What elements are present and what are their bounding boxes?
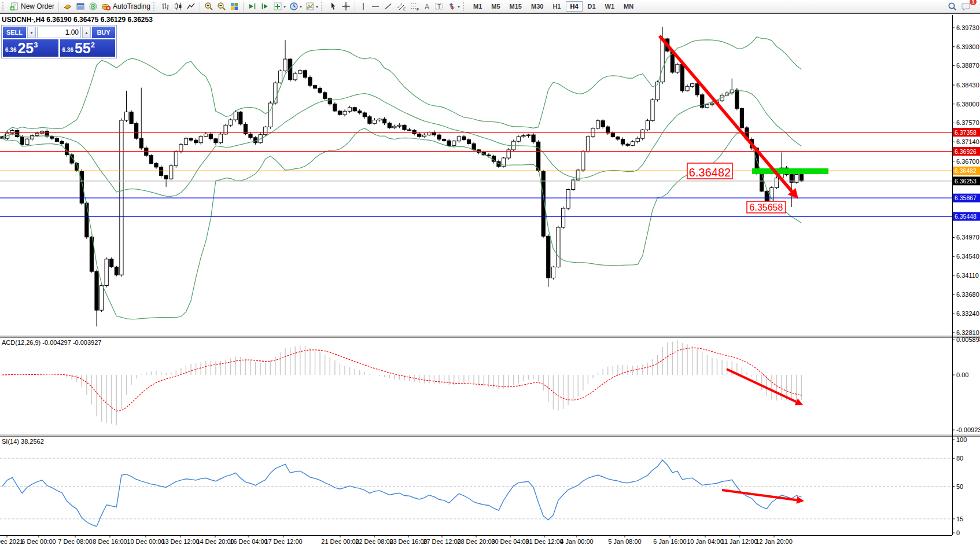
data-window-button[interactable] xyxy=(74,1,87,12)
auto-scroll-button[interactable] xyxy=(246,1,259,12)
tab-timeframe-h1[interactable]: H1 xyxy=(548,1,565,12)
svg-text:6.37570: 6.37570 xyxy=(956,119,979,126)
text-button[interactable]: A xyxy=(421,1,433,12)
price-chart-canvas[interactable]: 6.397306.393006.388706.384306.380006.375… xyxy=(0,14,980,545)
one-click-trading-panel: SELL ▼ ▲ BUY 6.36 25 3 6.36 55 2 xyxy=(1,25,117,58)
buy-price-panel[interactable]: 6.36 55 2 xyxy=(60,39,116,57)
trend-arrow[interactable] xyxy=(727,369,796,402)
sell-price-main: 25 xyxy=(17,41,34,56)
trend-arrow-head xyxy=(796,496,804,504)
svg-text:6.32810: 6.32810 xyxy=(956,329,979,336)
trendline-button[interactable] xyxy=(382,1,395,12)
svg-text:15: 15 xyxy=(956,515,963,522)
tab-timeframe-d1[interactable]: D1 xyxy=(584,1,600,12)
buy-button[interactable]: BUY xyxy=(92,27,115,38)
main-toolbar: New Order AutoTrading ▾ ▾ ▾ E F A T ▾ M1… xyxy=(0,0,980,14)
toolbar-grip[interactable] xyxy=(2,2,6,11)
search-icon xyxy=(948,2,957,12)
arrows-button[interactable]: ▾ xyxy=(445,1,462,12)
rsi-label: SI(14) 38.2562 xyxy=(2,438,44,445)
zoom-in-button[interactable] xyxy=(202,1,215,12)
price-annotation-label: 6.35658 xyxy=(750,202,783,212)
search-button[interactable] xyxy=(946,1,959,12)
sell-price-prefix: 6.36 xyxy=(5,47,16,53)
navigator-icon xyxy=(89,2,98,11)
bar-chart-button[interactable] xyxy=(159,1,172,12)
candlestick-chart-button[interactable] xyxy=(172,1,185,12)
tab-timeframe-m1[interactable]: M1 xyxy=(469,1,486,12)
candles xyxy=(1,27,804,326)
toolbar-grip[interactable] xyxy=(321,2,325,11)
buy-price-pip: 2 xyxy=(91,40,95,49)
text-label-icon: T xyxy=(434,2,444,11)
svg-text:6.39300: 6.39300 xyxy=(956,43,979,50)
chevron-down-icon: ▾ xyxy=(283,4,286,9)
sell-button[interactable]: SELL xyxy=(3,27,26,38)
svg-text:17 Dec 12:00: 17 Dec 12:00 xyxy=(264,538,302,545)
market-watch-button[interactable] xyxy=(61,1,74,12)
chart-shift-button[interactable] xyxy=(259,1,271,12)
svg-text:6.36700: 6.36700 xyxy=(956,158,979,165)
cursor-button[interactable] xyxy=(327,1,340,12)
chevron-down-icon: ▾ xyxy=(300,4,302,9)
svg-text:5 Jan 08:00: 5 Jan 08:00 xyxy=(608,538,642,545)
vertical-line-button[interactable] xyxy=(358,1,369,12)
crosshair-button[interactable] xyxy=(340,1,352,12)
sell-price-panel[interactable]: 6.36 25 3 xyxy=(3,39,58,57)
separator xyxy=(200,2,200,12)
tile-windows-button[interactable] xyxy=(228,1,241,12)
periods-button[interactable]: ▾ xyxy=(288,1,304,12)
data-window-icon xyxy=(76,2,85,11)
svg-text:22 Dec 08:00: 22 Dec 08:00 xyxy=(355,538,393,545)
toolbar-grip[interactable] xyxy=(463,2,466,11)
svg-text:6 Jan 16:00: 6 Jan 16:00 xyxy=(653,538,687,545)
macd-indicator xyxy=(2,340,801,425)
horizontal-line-button[interactable] xyxy=(369,1,382,12)
svg-text:6.36253: 6.36253 xyxy=(955,178,977,185)
new-order-button[interactable]: New Order xyxy=(8,1,56,12)
volume-input[interactable] xyxy=(37,27,81,38)
autotrading-button[interactable]: AutoTrading xyxy=(100,1,152,12)
svg-text:27 Dec 12:00: 27 Dec 12:00 xyxy=(423,538,460,545)
vertical-line-icon xyxy=(359,2,367,11)
volume-increase-button[interactable]: ▲ xyxy=(82,27,91,38)
svg-text:50: 50 xyxy=(956,483,963,490)
navigator-button[interactable] xyxy=(87,1,100,12)
svg-text:6.38000: 6.38000 xyxy=(956,101,979,108)
svg-text:14 Dec 20:00: 14 Dec 20:00 xyxy=(196,538,234,545)
chart-window: USDCNH-,H4 6.36190 6.36475 6.36129 6.362… xyxy=(0,14,980,545)
highlight-rectangle[interactable] xyxy=(752,168,828,174)
separator xyxy=(355,2,355,12)
new-order-label: New Order xyxy=(21,2,54,10)
line-chart-button[interactable] xyxy=(185,1,197,12)
svg-text:6.34110: 6.34110 xyxy=(956,272,979,279)
svg-text:21 Dec 00:00: 21 Dec 00:00 xyxy=(321,538,359,545)
zoom-out-button[interactable] xyxy=(215,1,228,12)
notification-badge: 1 xyxy=(970,0,977,5)
indicators-icon xyxy=(273,2,282,11)
tab-timeframe-m30[interactable]: M30 xyxy=(527,1,547,12)
text-label-button[interactable]: T xyxy=(433,1,445,12)
fibonacci-button[interactable]: F xyxy=(408,1,421,12)
svg-text:23 Dec 16:00: 23 Dec 16:00 xyxy=(389,538,427,545)
chart-shift-icon xyxy=(260,2,270,11)
indicators-button[interactable]: ▾ xyxy=(271,1,288,12)
equidistant-channel-button[interactable]: E xyxy=(395,1,408,12)
tab-timeframe-m15[interactable]: M15 xyxy=(506,1,526,12)
svg-text:6.36482: 6.36482 xyxy=(955,167,977,174)
svg-text:E: E xyxy=(403,7,406,11)
annotations[interactable]: 6.364826.35658 xyxy=(660,36,828,504)
tab-timeframe-h4[interactable]: H4 xyxy=(566,1,582,12)
chevron-down-icon: ▾ xyxy=(458,4,460,9)
tab-timeframe-w1[interactable]: W1 xyxy=(601,1,619,12)
tab-timeframe-m5[interactable]: M5 xyxy=(487,1,504,12)
trend-arrow[interactable] xyxy=(722,490,797,500)
svg-text:11 Jan 12:00: 11 Jan 12:00 xyxy=(721,538,758,545)
volume-decrease-button[interactable]: ▼ xyxy=(27,27,36,38)
templates-button[interactable]: ▾ xyxy=(304,1,320,12)
notifications-button[interactable]: 1 xyxy=(959,1,973,12)
svg-text:-0.009232: -0.009232 xyxy=(956,426,980,433)
tab-timeframe-mn[interactable]: MN xyxy=(620,1,638,12)
toolbar-grip[interactable] xyxy=(153,2,157,11)
trendline-icon xyxy=(384,2,393,11)
